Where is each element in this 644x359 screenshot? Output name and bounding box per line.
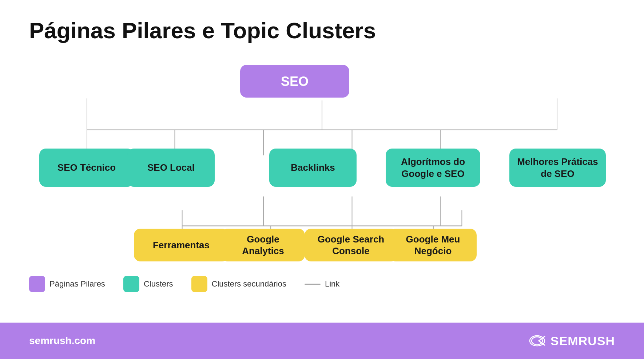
legend-line — [305, 284, 321, 285]
footer: semrush.com SEMRUSH — [0, 323, 644, 359]
main-content: Páginas Pilares e Topic Clusters — [0, 0, 644, 323]
node-google-meu-negocio: Google Meu Negócio — [389, 229, 477, 261]
legend: Páginas Pilares Clusters Clusters secund… — [29, 272, 615, 292]
legend-item-sec: Clusters secundários — [191, 276, 286, 292]
node-melhores-praticas: Melhores Práticas de SEO — [509, 149, 606, 187]
node-google-search-console: Google Search Console — [305, 229, 397, 261]
nodes-layer: SEO SEO Técnico SEO Local Backlinks Algo… — [29, 61, 615, 265]
footer-logo: SEMRUSH — [528, 334, 615, 348]
node-backlinks: Backlinks — [269, 149, 357, 187]
legend-label-pilares: Páginas Pilares — [49, 279, 105, 289]
footer-url: semrush.com — [29, 335, 95, 347]
legend-label-link: Link — [325, 279, 339, 289]
node-seo-tecnico: SEO Técnico — [39, 149, 134, 187]
legend-color-clusters — [123, 276, 139, 292]
legend-label-sec: Clusters secundários — [212, 279, 286, 289]
node-google-analytics: Google Analytics — [221, 229, 305, 261]
node-seo-local: SEO Local — [127, 149, 215, 187]
footer-brand-name: SEMRUSH — [550, 334, 615, 348]
legend-color-pilares — [29, 276, 45, 292]
legend-item-clusters: Clusters — [123, 276, 173, 292]
page-title: Páginas Pilares e Topic Clusters — [29, 18, 615, 43]
node-algoritmos: Algorítmos do Google e SEO — [386, 149, 480, 187]
semrush-logo-icon — [528, 334, 546, 347]
legend-item-link: Link — [305, 279, 339, 289]
diagram-container: SEO SEO Técnico SEO Local Backlinks Algo… — [29, 61, 615, 265]
legend-label-clusters: Clusters — [144, 279, 173, 289]
legend-color-sec — [191, 276, 207, 292]
node-ferramentas: Ferramentas — [134, 229, 228, 261]
node-seo-root: SEO — [240, 65, 349, 98]
legend-item-pilares: Páginas Pilares — [29, 276, 105, 292]
